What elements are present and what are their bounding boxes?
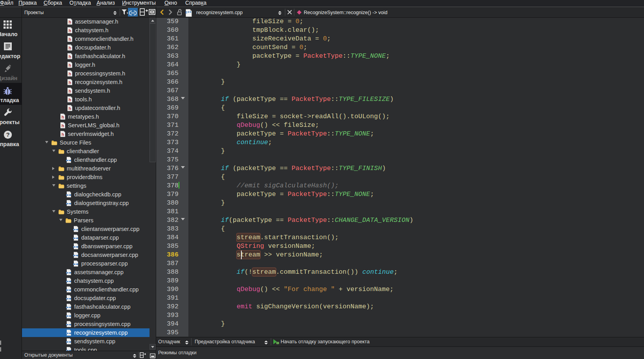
svg-text:h: h	[69, 54, 71, 59]
svg-text:h: h	[69, 71, 71, 76]
svg-text:h: h	[69, 89, 71, 93]
svg-text:h: h	[69, 37, 71, 42]
svg-text:h: h	[62, 123, 64, 128]
svg-text:h: h	[69, 106, 71, 111]
svg-text:h: h	[69, 46, 71, 50]
svg-text:c++: c++	[186, 10, 192, 14]
svg-text:h: h	[69, 80, 71, 85]
svg-text:?: ?	[6, 131, 9, 138]
svg-text:h: h	[69, 20, 71, 24]
svg-text:h: h	[69, 28, 71, 33]
svg-text:h: h	[62, 132, 64, 137]
svg-text:h: h	[62, 115, 64, 119]
svg-text:h: h	[69, 97, 71, 102]
svg-text:h: h	[69, 63, 71, 68]
